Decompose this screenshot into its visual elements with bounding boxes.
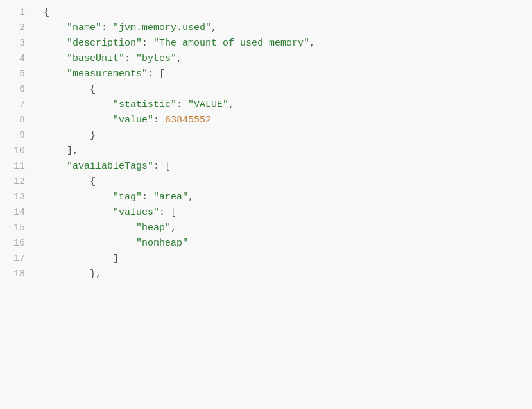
code-line: ] <box>44 251 522 267</box>
punct-token: : <box>176 99 188 110</box>
line-number: 15 <box>8 221 25 236</box>
line-number: 18 <box>8 267 25 282</box>
brace-token: { <box>90 84 96 95</box>
line-number: 6 <box>8 82 25 97</box>
punct-token: ] <box>113 253 119 264</box>
line-number: 16 <box>8 236 25 251</box>
code-viewer: 123456789101112131415161718 { "name": "j… <box>0 0 532 409</box>
punct-token: , <box>228 99 234 110</box>
punct-token: : [ <box>148 69 165 79</box>
line-number: 2 <box>8 21 25 36</box>
string-token: "The amount of used memory" <box>153 38 309 49</box>
code-line: "baseUnit": "bytes", <box>44 51 522 67</box>
code-line: "value": 63845552 <box>44 113 522 128</box>
line-number: 11 <box>8 159 25 174</box>
code-line: "heap", <box>44 221 522 236</box>
code-line: "tag": "area", <box>44 190 522 205</box>
line-number: 9 <box>8 128 25 144</box>
code-line: "nonheap" <box>44 236 522 251</box>
string-token: "bytes" <box>136 53 176 64</box>
code-line: }, <box>44 267 522 282</box>
punct-token: : <box>142 38 153 49</box>
string-token: "jvm.memory.used" <box>113 22 211 33</box>
number-token: 63845552 <box>165 115 211 126</box>
punct-token: : <box>153 115 165 126</box>
line-number: 5 <box>8 67 25 82</box>
code-line: } <box>44 128 522 144</box>
line-number: 13 <box>8 190 25 205</box>
key-token: "description" <box>67 38 142 49</box>
string-token: "nonheap" <box>136 238 188 249</box>
key-token: "name" <box>67 22 101 33</box>
line-number: 8 <box>8 113 25 128</box>
key-token: "tag" <box>113 192 142 203</box>
line-number: 17 <box>8 251 25 267</box>
code-line: { <box>44 82 522 97</box>
brace-token: { <box>44 7 49 18</box>
key-token: "values" <box>113 207 159 218</box>
code-line: { <box>44 5 522 21</box>
line-number: 7 <box>8 97 25 113</box>
code-line: "availableTags": [ <box>44 159 522 174</box>
code-content: { "name": "jvm.memory.used", "descriptio… <box>33 5 532 404</box>
punct-token: : <box>101 22 113 33</box>
key-token: "baseUnit" <box>67 53 124 64</box>
line-number: 12 <box>8 174 25 190</box>
punct-token: , <box>176 53 182 64</box>
code-line: { <box>44 174 522 190</box>
code-line: ], <box>44 144 522 159</box>
key-token: "statistic" <box>113 99 176 110</box>
key-token: "availableTags" <box>67 161 153 172</box>
line-number: 1 <box>8 5 25 21</box>
punct-token: , <box>309 38 315 49</box>
code-line: "values": [ <box>44 205 522 221</box>
string-token: "area" <box>153 192 188 203</box>
string-token: "VALUE" <box>188 99 228 110</box>
punct-token: , <box>171 222 176 233</box>
string-token: "heap" <box>136 222 171 233</box>
punct-token: : <box>142 192 153 203</box>
punct-token: , <box>211 22 217 33</box>
code-line: "statistic": "VALUE", <box>44 97 522 113</box>
line-number-gutter: 123456789101112131415161718 <box>0 5 33 404</box>
brace-token: { <box>90 176 96 187</box>
key-token: "value" <box>113 115 153 126</box>
punct-token: , <box>96 269 101 280</box>
punct-token: , <box>188 192 194 203</box>
punct-token: : [ <box>153 161 171 172</box>
code-line: "measurements": [ <box>44 67 522 82</box>
line-number: 4 <box>8 51 25 67</box>
punct-token: : <box>124 53 136 64</box>
code-line: "name": "jvm.memory.used", <box>44 21 522 36</box>
brace-token: } <box>90 269 96 280</box>
line-number: 14 <box>8 205 25 221</box>
key-token: "measurements" <box>67 69 148 79</box>
line-number: 3 <box>8 36 25 51</box>
line-number: 10 <box>8 144 25 159</box>
punct-token: ], <box>67 146 78 156</box>
brace-token: } <box>90 130 96 141</box>
code-line: "description": "The amount of used memor… <box>44 36 522 51</box>
punct-token: : [ <box>159 207 176 218</box>
